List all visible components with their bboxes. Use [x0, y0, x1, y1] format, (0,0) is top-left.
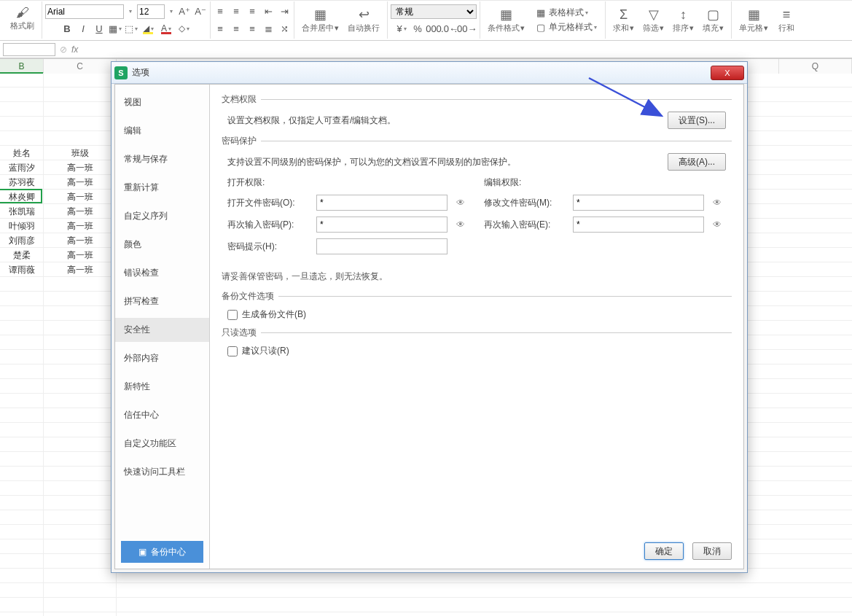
cell-class[interactable]: 高一班 [44, 248, 117, 262]
clear-format-button[interactable]: ◇▾ [176, 23, 192, 34]
sidebar-item-5[interactable]: 颜色 [115, 233, 209, 257]
fill-button[interactable]: ▢填充▾ [698, 5, 728, 35]
sidebar-item-0[interactable]: 视图 [115, 90, 209, 114]
suggest-readonly-input[interactable] [227, 346, 238, 356]
merge-icon-button[interactable]: ⬚▾ [125, 22, 138, 35]
conditional-format-button[interactable]: ▦ 条件格式▾ [483, 5, 529, 35]
cell-name[interactable]: 林炎卿 [0, 190, 44, 204]
sidebar-item-10[interactable]: 新特性 [115, 375, 209, 399]
orientation-icon[interactable]: ⤭ [278, 22, 291, 35]
cell-class[interactable] [44, 73, 117, 87]
align-top-icon[interactable]: ≡ [214, 5, 227, 18]
eye-icon[interactable]: 👁 [708, 219, 726, 230]
underline-button[interactable]: U [93, 22, 106, 35]
cell-class[interactable] [44, 117, 117, 131]
empty-row[interactable] [0, 612, 852, 616]
sidebar-item-11[interactable]: 信任中心 [115, 403, 209, 427]
format-painter-button[interactable]: 🖌 格式刷 [6, 3, 39, 33]
sidebar-item-9[interactable]: 外部内容 [115, 346, 209, 370]
eye-icon[interactable]: 👁 [452, 198, 469, 208]
password-hint-input[interactable] [316, 238, 448, 254]
empty-row[interactable] [0, 598, 852, 612]
sidebar-item-8[interactable]: 安全性 [115, 318, 209, 342]
dialog-close-button[interactable]: X [711, 66, 744, 80]
open-password-confirm-input[interactable] [316, 217, 448, 233]
cell-name[interactable]: 张凯瑞 [0, 204, 44, 219]
cell-class[interactable] [44, 131, 117, 146]
sidebar-item-2[interactable]: 常规与保存 [115, 147, 209, 171]
number-format-combo[interactable]: 常规 [391, 4, 477, 19]
cell-class[interactable]: 高一班 [44, 233, 117, 248]
cell-class[interactable]: 高一班 [44, 160, 117, 175]
cancel-button[interactable]: 取消 [692, 542, 732, 560]
filter-button[interactable]: ▽筛选▾ [638, 5, 668, 35]
col-header-Q[interactable]: Q [779, 59, 852, 74]
cell-name[interactable] [0, 117, 44, 131]
eye-icon[interactable]: 👁 [708, 198, 726, 208]
cell-class[interactable]: 高一班 [44, 262, 117, 277]
font-color-button[interactable]: A▾ [159, 23, 173, 34]
sidebar-item-3[interactable]: 重新计算 [115, 176, 209, 200]
align-bottom-icon[interactable]: ≡ [246, 5, 259, 18]
sidebar-item-7[interactable]: 拼写检查 [115, 289, 209, 313]
dialog-titlebar[interactable]: S 选项 X [112, 62, 747, 84]
font-name-dropdown[interactable]: ▾ [127, 7, 134, 15]
cell-name[interactable] [0, 73, 44, 87]
font-size-combo[interactable] [137, 4, 165, 19]
increase-font-icon[interactable]: A⁺ [178, 5, 191, 18]
doc-perm-settings-button[interactable]: 设置(S)... [668, 112, 726, 129]
cell-name[interactable]: 苏羽夜 [0, 175, 44, 190]
cell-class[interactable] [44, 102, 117, 117]
ok-button[interactable]: 确定 [644, 542, 684, 560]
cell-name[interactable]: 姓名 [0, 146, 44, 160]
align-left-icon[interactable]: ≡ [214, 22, 227, 35]
fill-color-button[interactable]: ◢▾ [141, 23, 156, 34]
decrease-decimal-icon[interactable]: .00→ [459, 22, 472, 35]
gen-backup-checkbox[interactable]: 生成备份文件(B) [227, 308, 726, 321]
cancel-formula-icon[interactable]: ⊘ [60, 44, 67, 55]
sidebar-item-1[interactable]: 编辑 [115, 119, 209, 143]
sidebar-item-6[interactable]: 错误检查 [115, 261, 209, 285]
sort-button[interactable]: ↕排序▾ [668, 5, 698, 35]
name-box[interactable] [3, 43, 55, 56]
cell-class[interactable]: 高一班 [44, 190, 117, 204]
cell-class[interactable]: 高一班 [44, 204, 117, 219]
align-right-icon[interactable]: ≡ [246, 22, 259, 35]
cell-name[interactable]: 刘雨彦 [0, 233, 44, 248]
sidebar-item-12[interactable]: 自定义功能区 [115, 432, 209, 456]
suggest-readonly-checkbox[interactable]: 建议只读(R) [227, 345, 726, 357]
row-button[interactable]: ≡行和 [773, 5, 800, 35]
edit-password-input[interactable] [573, 195, 704, 211]
bold-button[interactable]: B [60, 22, 74, 35]
col-header-C[interactable]: C [44, 59, 117, 74]
cell-name[interactable]: 叶倾羽 [0, 219, 44, 233]
comma-icon[interactable]: 000 [427, 22, 440, 35]
cell-name[interactable] [0, 87, 44, 102]
percent-icon[interactable]: % [411, 22, 424, 35]
backup-center-button[interactable]: ▣ 备份中心 [121, 541, 203, 563]
edit-password-confirm-input[interactable] [573, 217, 704, 233]
gen-backup-input[interactable] [227, 310, 238, 320]
pwd-advanced-button[interactable]: 高级(A)... [668, 153, 726, 171]
font-name-combo[interactable] [45, 4, 124, 19]
cell-class[interactable] [44, 87, 117, 102]
currency-icon[interactable]: ¥▾ [395, 22, 408, 35]
open-password-input[interactable] [316, 195, 448, 211]
cell-name[interactable]: 蓝雨汐 [0, 160, 44, 175]
decrease-indent-icon[interactable]: ⇤ [262, 5, 275, 18]
col-header-B[interactable]: B [0, 59, 44, 74]
sidebar-item-13[interactable]: 快速访问工具栏 [115, 460, 209, 484]
cell-class[interactable]: 高一班 [44, 219, 117, 233]
cell-name[interactable]: 楚柔 [0, 248, 44, 262]
wrap-text-button[interactable]: ↩ 自动换行 [343, 5, 384, 35]
align-center-icon[interactable]: ≡ [230, 22, 243, 35]
cell-style-button[interactable]: ▢单元格样式▾ [532, 20, 599, 35]
eye-icon[interactable]: 👁 [452, 219, 469, 230]
font-size-dropdown[interactable]: ▾ [168, 7, 175, 15]
cell-name[interactable] [0, 131, 44, 146]
cell-class[interactable]: 高一班 [44, 175, 117, 190]
decrease-font-icon[interactable]: A⁻ [194, 5, 207, 18]
cell-class[interactable]: 班级 [44, 146, 117, 160]
cell-name[interactable]: 谭雨薇 [0, 262, 44, 277]
sum-button[interactable]: Σ求和▾ [609, 5, 638, 35]
